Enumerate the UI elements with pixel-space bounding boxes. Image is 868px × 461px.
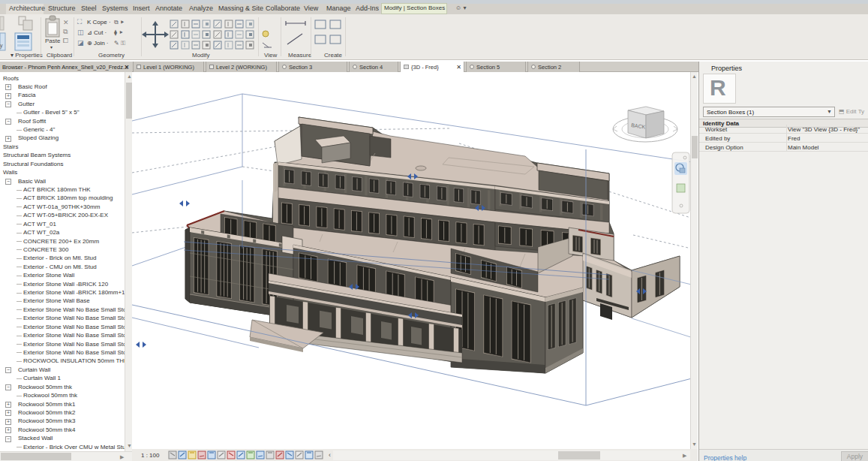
svg-text:⧫ ⯈: ⧫ ⯈ bbox=[114, 29, 124, 36]
svg-text:◫: ◫ bbox=[77, 29, 84, 36]
svg-text:⊿ Cut ·: ⊿ Cut · bbox=[87, 29, 107, 36]
svg-text:▾: ▾ bbox=[50, 45, 53, 50]
svg-text:Paste: Paste bbox=[45, 38, 61, 44]
svg-text:✎ ⚿: ✎ ⚿ bbox=[114, 40, 125, 47]
svg-text:y: y bbox=[0, 43, 3, 49]
svg-text:⛶: ⛶ bbox=[77, 18, 82, 26]
svg-text:K Cope ·: K Cope · bbox=[87, 19, 111, 26]
svg-text:‹: ‹ bbox=[329, 451, 331, 459]
svg-text:⊕ Join ·: ⊕ Join · bbox=[87, 40, 109, 47]
svg-text:⧉ ⯈: ⧉ ⯈ bbox=[114, 19, 125, 26]
svg-text:⧉: ⧉ bbox=[63, 28, 68, 35]
svg-text:◪: ◪ bbox=[77, 39, 84, 47]
svg-text:⧠: ⧠ bbox=[63, 37, 68, 44]
svg-text:✕: ✕ bbox=[63, 19, 69, 26]
